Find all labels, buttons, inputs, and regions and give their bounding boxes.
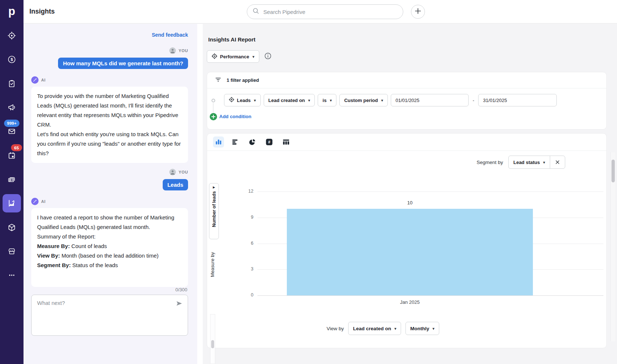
column-chart-icon[interactable]: [213, 136, 224, 148]
filter-condition-row: Leads ▾ Lead created on ▾ is ▾ Custom pe…: [224, 94, 557, 106]
view-by-granularity-value: Monthly: [410, 326, 429, 331]
x-axis-baseline: [257, 295, 603, 296]
ai-message-2-view: View By: Month (based on the lead additi…: [37, 251, 182, 261]
sidebar-item-projects[interactable]: [0, 75, 24, 92]
filter-field-label: Lead created on: [268, 98, 305, 103]
sidebar-item-campaigns[interactable]: [0, 99, 24, 116]
view-by-field-dropdown[interactable]: Lead created on ▾: [348, 322, 401, 335]
segment-remove-button[interactable]: [550, 156, 565, 168]
mail-icon: [7, 127, 16, 136]
report-controls: Performance ▾: [207, 50, 271, 63]
ai-message-1-paragraph: Let's find out which entity you're using…: [37, 130, 182, 158]
calendar-icon: [7, 151, 16, 160]
bar-chart-plot: [257, 192, 603, 296]
filter-icon: [214, 76, 222, 84]
number-icon[interactable]: #: [264, 136, 275, 148]
global-search[interactable]: [247, 4, 403, 19]
segment-by-dropdown[interactable]: Lead status ▾: [509, 156, 550, 168]
char-counter: 0/300: [31, 287, 187, 292]
report-title: Insights AI Report: [208, 36, 256, 43]
target-icon: [229, 97, 234, 103]
sidebar-item-more[interactable]: [0, 266, 24, 284]
filter-entity-dropdown[interactable]: Leads ▾: [224, 94, 261, 106]
sidebar-item-leads[interactable]: [0, 27, 24, 44]
search-input[interactable]: [263, 9, 398, 15]
chevron-down-icon: ▾: [252, 55, 254, 59]
ai-message-meta: AI: [31, 198, 188, 205]
main-scrollbar: [610, 152, 615, 341]
measure-by-button[interactable]: ▶ Number of leads: [209, 183, 219, 239]
ai-message-meta: AI: [31, 76, 188, 84]
send-feedback-link[interactable]: Send feedback: [31, 32, 188, 38]
sidebar-item-products[interactable]: [0, 219, 24, 236]
main-scrollbar-thumb[interactable]: [611, 160, 615, 182]
you-label: YOU: [178, 48, 188, 53]
filter-entity-label: Leads: [237, 98, 251, 103]
user-message-1: How many MQLs did we generate last month…: [58, 58, 188, 69]
condition-connector: [213, 103, 213, 113]
currency-icon: $: [7, 55, 16, 64]
bar-jan-2025[interactable]: [287, 209, 533, 295]
filter-operator-dropdown[interactable]: is ▾: [318, 94, 336, 106]
ai-message-2-measure: Measure By: Count of leads: [37, 241, 182, 251]
chart-card: # Segment by Lead status ▾ 12 9 6 3 0: [207, 133, 607, 348]
chat-composer: 0/300: [31, 287, 188, 336]
sidebar-item-marketplace[interactable]: [0, 243, 24, 260]
measure-by-label: Measure by: [210, 242, 215, 277]
date-from-input[interactable]: 01/01/2025: [391, 94, 469, 106]
filter-operator-label: is: [322, 98, 326, 103]
filter-period-dropdown[interactable]: Custom period ▾: [339, 94, 388, 106]
send-button[interactable]: [174, 299, 184, 308]
filter-summary: 1 filter applied: [227, 77, 259, 83]
ellipsis-icon: [7, 271, 16, 280]
ai-avatar: [31, 198, 39, 205]
view-by-label: View by: [326, 326, 344, 331]
ai-message-2: I have created a report to show the numb…: [31, 208, 188, 287]
report-area: Insights AI Report Performance ▾ 1 filte…: [197, 24, 617, 364]
ai-label: AI: [41, 78, 46, 82]
bar-chart-icon[interactable]: [230, 136, 241, 148]
ai-message-2-segment: Segment By: Status of the leads: [37, 261, 182, 270]
pipedrive-logo[interactable]: p: [0, 3, 24, 20]
quick-add-button[interactable]: [411, 5, 425, 19]
sidebar-item-contacts[interactable]: [0, 171, 24, 188]
page-title: Insights: [29, 8, 55, 15]
ai-label: AI: [41, 199, 46, 204]
gridline: [257, 192, 603, 192]
chevron-down-icon: ▾: [308, 98, 310, 102]
add-condition-link[interactable]: Add condition: [219, 114, 251, 119]
table-icon[interactable]: [281, 136, 292, 148]
app-window: p $ 999+ 65: [0, 0, 617, 364]
sidebar-item-insights[interactable]: [0, 194, 24, 212]
filter-period-label: Custom period: [344, 98, 378, 103]
segment-by-controls: Segment by Lead status ▾: [477, 156, 565, 169]
goal-type-label: Performance: [220, 54, 249, 59]
sidebar-item-deals[interactable]: $: [0, 51, 24, 68]
ai-chat-panel: Send feedback YOU How many MQLs did we g…: [24, 24, 197, 364]
chat-input-box[interactable]: [31, 295, 188, 336]
date-range-separator: -: [473, 98, 474, 103]
user-message-2: Leads: [163, 179, 188, 190]
segment-by-label: Segment by: [477, 160, 503, 165]
goal-type-dropdown[interactable]: Performance ▾: [207, 50, 259, 63]
view-by-granularity-dropdown[interactable]: Monthly ▾: [405, 322, 439, 335]
box-icon: [7, 223, 16, 232]
left-scrollbar-thumb[interactable]: [211, 340, 214, 348]
info-icon[interactable]: [264, 52, 271, 61]
y-axis-tick: 0: [241, 292, 253, 298]
ai-avatar: [31, 76, 39, 84]
date-to-input[interactable]: 31/01/2025: [478, 94, 557, 106]
y-axis-title: Number of leads: [212, 191, 217, 227]
contact-cards-icon: [7, 175, 16, 184]
ai-message-2-paragraph: I have created a report to show the numb…: [37, 213, 182, 232]
svg-text:$: $: [11, 57, 13, 62]
y-axis-tick: 3: [241, 266, 253, 272]
user-avatar: [169, 169, 176, 175]
user-avatar: [169, 47, 176, 54]
pie-chart-icon[interactable]: [247, 136, 258, 148]
condition-node: [212, 99, 215, 102]
chat-input[interactable]: [32, 295, 188, 335]
filter-field-dropdown[interactable]: Lead created on ▾: [264, 94, 315, 106]
ai-message-1: To provide you with the number of Market…: [31, 87, 188, 163]
add-condition-plus-icon[interactable]: [210, 113, 217, 120]
